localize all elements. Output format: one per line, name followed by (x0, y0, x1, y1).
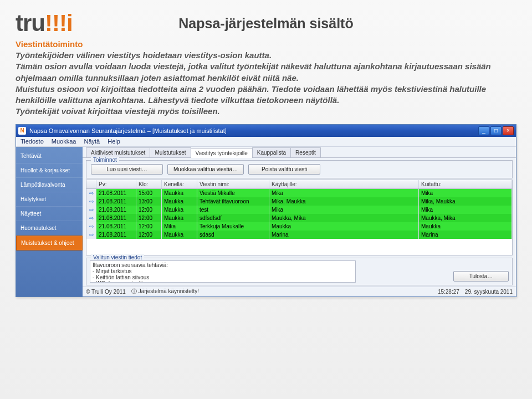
sidebar-item-notes[interactable]: Huomautukset (16, 221, 83, 236)
menu-edit[interactable]: Muokkaa (52, 138, 76, 145)
app-icon: N (18, 127, 26, 135)
status-running: ⓘ Järjestelmä käynnistetty! (131, 288, 199, 295)
detail-legend: Valitun viestin tiedot (91, 254, 144, 260)
tab-reminders[interactable]: Muistutukset (150, 147, 191, 157)
table-row[interactable]: ⇨21.08.201112:00MaukkatestMikaMika (86, 206, 512, 214)
sidebar-item-maintenance[interactable]: Huollot & korjaukset (16, 163, 83, 178)
sidebar-item-reminders[interactable]: Muistutukset & ohjeet (16, 236, 83, 250)
delete-message-button[interactable]: Poista valittu viesti (248, 164, 320, 175)
detail-group: Valitun viestin tiedot Iltavuoroon seura… (86, 258, 513, 285)
header-subject[interactable]: Viestin nimi: (197, 180, 269, 188)
status-date: 29. syyskuuta 2011 (465, 289, 513, 295)
sidebar-item-alarms[interactable]: Hälytykset (16, 192, 83, 207)
row-arrow-icon: ⇨ (86, 189, 96, 197)
row-arrow-icon: ⇨ (86, 231, 96, 239)
menu-view[interactable]: Näytä (84, 138, 100, 145)
header-acknowledged[interactable]: Kuitattu: (419, 180, 512, 188)
tab-shoppinglist[interactable]: Kauppalista (252, 147, 291, 157)
row-arrow-icon: ⇨ (86, 206, 96, 214)
menubar: Tiedosto Muokkaa Näytä Help (16, 137, 516, 147)
sidebar-item-temperature[interactable]: Lämpötilavalvonta (16, 178, 83, 192)
tabstrip: Aktiiviset muistutukset Muistutukset Vie… (83, 147, 516, 158)
body-text: Työntekijöiden välinen viestitys hoideta… (16, 50, 498, 117)
sidebar-item-samples[interactable]: Näytteet (16, 207, 83, 221)
app-window: N Napsa Omavalvonnan Seurantajärjestelmä… (16, 124, 516, 297)
new-message-button[interactable]: Luo uusi viesti… (91, 164, 163, 175)
titlebar: N Napsa Omavalvonnan Seurantajärjestelmä… (16, 125, 516, 137)
sidebar-item-tasks[interactable]: Tehtävät (16, 149, 83, 163)
row-arrow-icon: ⇨ (86, 197, 96, 206)
status-time: 15:28:27 (438, 289, 459, 295)
header-time[interactable]: Klo: (136, 180, 162, 188)
actions-group: Toiminnot Luo uusi viesti… Muokkaa valit… (86, 160, 513, 178)
minimize-button[interactable]: _ (478, 126, 489, 135)
edit-message-button[interactable]: Muokkaa valittua viestiä… (167, 164, 244, 175)
status-copyright: © Trulli Oy 2011 (86, 289, 126, 295)
tab-recipes[interactable]: Reseptit (290, 147, 321, 157)
actions-legend: Toiminnot (91, 157, 119, 163)
table-row[interactable]: ⇨21.08.201112:00MaukkasdasdMarinaMarina (86, 231, 512, 239)
sidebar: Tehtävät Huollot & korjaukset Lämpötilav… (16, 147, 83, 296)
statusbar: © Trulli Oy 2011 ⓘ Järjestelmä käynniste… (83, 287, 516, 296)
window-title: Napsa Omavalvonnan Seurantajärjestelmä –… (29, 127, 475, 134)
header-date[interactable]: Pv: (96, 180, 136, 188)
header-from[interactable]: Kenellä: (162, 180, 197, 188)
row-arrow-icon: ⇨ (86, 222, 96, 231)
table-row[interactable]: ⇨21.08.201112:00MikaTerkkuja MaukalleMau… (86, 222, 512, 231)
maximize-button[interactable]: □ (490, 126, 502, 135)
menu-help[interactable]: Help (108, 138, 120, 145)
close-button[interactable]: × (503, 126, 514, 135)
table-row[interactable]: ⇨21.08.201113:00MaukkaTehtävät iltavuoro… (86, 197, 512, 206)
table-row[interactable]: ⇨21.08.201115:00MaukkaViestiä MikalleMik… (86, 189, 512, 197)
row-arrow-icon: ⇨ (86, 214, 96, 222)
grid-header: Pv: Klo: Kenellä: Viestin nimi: Käyttäji… (86, 180, 512, 189)
menu-file[interactable]: Tiedosto (21, 138, 44, 145)
section-heading: Viestintätoiminto (16, 39, 516, 49)
message-preview: Iltavuoroon seuraavia tehtäviä:- Mirjat … (90, 260, 356, 283)
header-recipients[interactable]: Käyttäjille: (269, 180, 419, 188)
message-grid: Pv: Klo: Kenellä: Viestin nimi: Käyttäji… (86, 180, 513, 255)
tab-active-reminders[interactable]: Aktiiviset muistutukset (86, 147, 150, 157)
page-title: Napsa-järjestelmän sisältö (16, 16, 516, 32)
tab-messaging[interactable]: Viestitys työntekijöille (191, 148, 253, 158)
print-button[interactable]: Tulosta… (453, 271, 509, 282)
table-row[interactable]: ⇨21.08.201112:00MaukkasdfsdfsdfMaukka, M… (86, 214, 512, 222)
